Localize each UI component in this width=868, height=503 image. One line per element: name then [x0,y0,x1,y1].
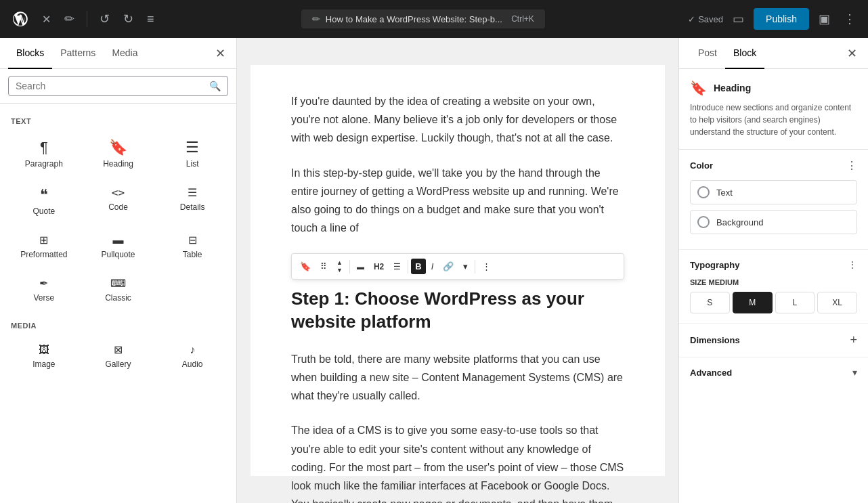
block-item-verse[interactable]: ✒ Verse [8,270,80,311]
block-info-title: Heading [714,83,751,93]
paragraph-1[interactable]: If you're daunted by the idea of creatin… [291,92,624,148]
topbar: ✕ ✏ ↺ ↻ ≡ ✏ How to Make a WordPress Webs… [0,0,868,38]
dimensions-header: Dimensions + [690,333,857,347]
block-item-pullquote[interactable]: ▬ Pullquote [83,227,154,267]
block-item-paragraph[interactable]: ¶ Paragraph [8,132,80,177]
title-bar[interactable]: ✏ How to Make a WordPress Website: Step-… [301,9,545,28]
search-icon-button[interactable]: 🔍 [209,81,221,91]
code-label: Code [108,202,128,212]
tab-patterns[interactable]: Patterns [52,38,104,69]
toolbar-align-left-btn[interactable]: ☰ [389,259,405,274]
gallery-label: Gallery [105,359,131,369]
table-icon: ⊟ [188,235,197,246]
tab-block[interactable]: Block [725,38,764,69]
check-icon: ✓ [688,14,695,24]
toolbar-move-btn[interactable]: ▲▼ [332,257,347,276]
toolbar-link-btn[interactable]: 🔗 [439,259,458,274]
dimensions-section: Dimensions + [679,324,868,357]
block-item-image[interactable]: 🖼 Image [8,336,80,377]
more-options-button[interactable]: ⋮ [840,7,860,30]
color-section-menu-button[interactable]: ⋮ [846,159,857,172]
size-buttons: S M L XL [690,292,857,313]
right-panel: Post Block ✕ 🔖 Heading Introduce new sec… [678,38,868,503]
typography-reset-button[interactable]: ⋮ [848,259,857,270]
size-l-button[interactable]: L [775,292,815,313]
redo-button[interactable]: ↻ [119,7,137,30]
list-label: List [186,159,199,169]
advanced-section: Advanced ▾ [679,357,868,387]
edit-pen-button[interactable]: ✏ [60,7,79,30]
color-section-header: Color ⋮ [690,159,857,172]
list-view-button[interactable]: ≡ [143,8,158,30]
wp-logo[interactable] [8,7,32,31]
saved-status: ✓ Saved [688,14,723,24]
undo-button[interactable]: ↺ [95,7,114,30]
blocks-list: TEXT ¶ Paragraph 🔖 Heading ☰ List ❝ Quot… [0,104,236,503]
text-section-label: TEXT [11,117,228,125]
toolbar-more-btn[interactable]: ▾ [459,259,472,274]
preformatted-icon: ⊞ [39,235,48,246]
heading-label: Heading [103,159,133,169]
toolbar-h2-btn[interactable]: H2 [370,259,388,274]
toolbar-align-btn[interactable]: ▬ [353,260,368,274]
block-item-classic[interactable]: ⌨ Classic [83,270,154,311]
block-info-desc: Introduce new sections and organize cont… [690,102,857,138]
media-section-label: MEDIA [11,322,228,330]
toolbar-bold-btn[interactable]: B [411,259,425,274]
advanced-header[interactable]: Advanced ▾ [690,367,857,378]
block-info-icon: 🔖 [690,80,707,96]
background-color-option[interactable]: Background [690,210,857,234]
editor-content: If you're daunted by the idea of creatin… [251,65,665,476]
block-item-details[interactable]: ☰ Details [156,179,228,224]
list-icon: ☰ [186,140,199,155]
toolbar-divider-3 [475,260,475,274]
panel-tabs: Blocks Patterns Media ✕ [0,38,236,69]
toolbar-bookmark-btn[interactable]: 🔖 [296,259,315,274]
block-item-gallery[interactable]: ⊠ Gallery [83,336,154,377]
settings-toggle-button[interactable]: ▣ [815,7,834,30]
size-label: SIZE MEDIUM [690,278,857,286]
search-area: 🔍 [0,69,236,104]
quote-label: Quote [32,206,55,216]
size-xl-button[interactable]: XL [817,292,857,313]
typography-section-header: Typography ⋮ [690,259,857,270]
paragraph-3: Truth be told, there are many website pl… [291,350,624,406]
typography-section-title: Typography [690,260,739,270]
tab-post[interactable]: Post [690,38,725,69]
dimensions-add-button[interactable]: + [850,333,857,347]
content-area: If you're daunted by the idea of creatin… [237,38,678,503]
text-color-label: Text [716,188,733,198]
size-s-button[interactable]: S [690,292,730,313]
block-item-audio[interactable]: ♪ Audio [156,336,228,377]
block-item-list[interactable]: ☰ List [156,132,228,177]
block-item-table[interactable]: ⊟ Table [156,227,228,267]
paragraph-icon: ¶ [40,140,48,155]
shortcut-label: Ctrl+K [511,14,534,24]
search-input[interactable] [16,81,205,91]
background-color-label: Background [716,217,763,227]
tab-media[interactable]: Media [104,38,146,69]
topbar-right: ✓ Saved ▭ Publish ▣ ⋮ [688,7,860,30]
main-layout: Blocks Patterns Media ✕ 🔍 TEXT ¶ Paragra… [0,38,868,503]
heading-block[interactable]: Step 1: Choose WordPress as your website… [291,288,624,334]
block-item-code[interactable]: <> Code [83,179,154,224]
right-panel-close-button[interactable]: ✕ [847,46,857,61]
block-item-quote[interactable]: ❝ Quote [8,179,80,224]
panel-close-button[interactable]: ✕ [213,43,228,64]
size-m-button[interactable]: M [733,292,773,313]
text-color-option[interactable]: Text [690,180,857,204]
gallery-icon: ⊠ [114,345,123,355]
toolbar-italic-btn[interactable]: I [427,259,438,274]
publish-button[interactable]: Publish [754,8,809,30]
desktop-view-button[interactable]: ▭ [729,7,748,30]
advanced-title: Advanced [690,368,732,378]
tab-blocks[interactable]: Blocks [8,38,52,69]
toolbar-options-btn[interactable]: ⋮ [478,259,495,274]
close-post-button[interactable]: ✕ [38,9,55,30]
image-icon: 🖼 [39,345,49,355]
toolbar-drag-btn[interactable]: ⠿ [316,259,331,274]
text-blocks-grid: ¶ Paragraph 🔖 Heading ☰ List ❝ Quote <> [8,132,228,311]
block-item-heading[interactable]: 🔖 Heading [83,132,154,177]
media-blocks-grid: 🖼 Image ⊠ Gallery ♪ Audio [8,336,228,377]
block-item-preformatted[interactable]: ⊞ Preformatted [8,227,80,267]
